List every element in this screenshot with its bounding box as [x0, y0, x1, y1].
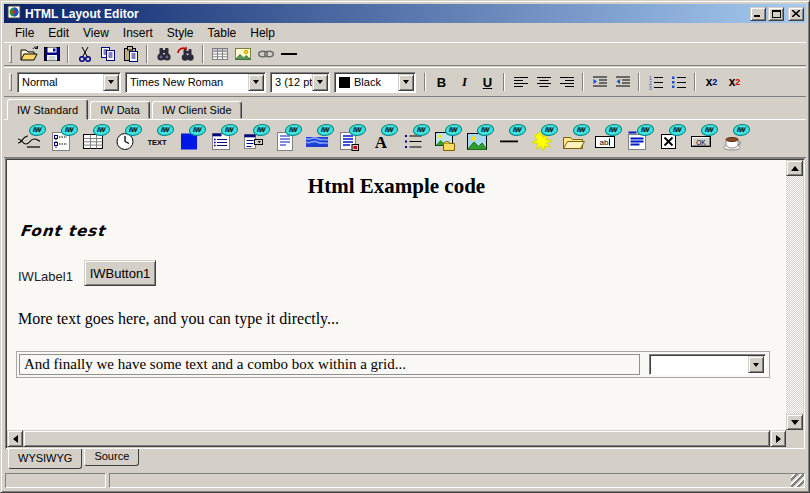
toolbar-separator [202, 45, 204, 63]
applet-icon[interactable]: IW [720, 126, 745, 152]
iw-badge: IW [444, 124, 463, 136]
rectangle-icon[interactable]: IW [176, 126, 201, 152]
scroll-left-icon[interactable] [7, 430, 23, 447]
chevron-down-icon[interactable] [312, 74, 328, 91]
menu-item-insert[interactable]: Insert [116, 25, 160, 41]
richedit-icon[interactable]: IW [336, 126, 361, 152]
find-icon[interactable] [152, 44, 175, 64]
underline-button[interactable]: U [476, 71, 499, 93]
combobox-icon[interactable]: IW [240, 126, 265, 152]
vertical-scrollbar[interactable] [786, 160, 803, 430]
find-next-icon[interactable] [175, 44, 198, 64]
palette-tab-iw-data[interactable]: IW Data [90, 101, 150, 119]
superscript-button[interactable]: x2 [723, 71, 746, 93]
doc-heading[interactable]: Html Example code [7, 174, 786, 199]
scroll-up-icon[interactable] [786, 160, 803, 176]
insert-link-icon[interactable] [254, 44, 277, 64]
paragraph-style-combo[interactable]: Normal [17, 72, 121, 93]
menu-item-table[interactable]: Table [201, 25, 244, 41]
chevron-down-icon[interactable] [748, 356, 764, 373]
chevron-down-icon[interactable] [248, 74, 264, 91]
timer-icon[interactable]: IW [112, 126, 137, 152]
svg-text:3: 3 [649, 85, 652, 91]
bullet-list-icon[interactable] [667, 71, 690, 93]
label-icon[interactable]: AIW [368, 126, 393, 152]
toolbar-grip[interactable] [9, 73, 12, 91]
close-button[interactable] [788, 7, 804, 21]
menu-item-style[interactable]: Style [160, 25, 201, 41]
align-center-icon[interactable] [532, 71, 555, 93]
paste-icon[interactable] [119, 44, 142, 64]
menu-item-help[interactable]: Help [243, 25, 282, 41]
menu-item-file[interactable]: File [8, 25, 41, 41]
window-title: HTML Layout Editor [25, 7, 748, 21]
font-name-combo[interactable]: Times New Roman [125, 72, 266, 93]
iw-badge: IW [540, 124, 559, 136]
text-icon[interactable]: TEXTIW [144, 126, 169, 152]
horizontal-rule-icon[interactable] [277, 44, 300, 64]
memo-icon[interactable]: IW [272, 126, 297, 152]
toolbar-grip[interactable] [9, 45, 12, 63]
tree-icon[interactable]: IW [48, 126, 73, 152]
cut-icon[interactable] [73, 44, 96, 64]
doc-font-test-text[interactable]: Font test [19, 222, 106, 240]
chevron-down-icon[interactable] [398, 74, 414, 91]
button-icon[interactable]: OKIW [688, 126, 713, 152]
numbered-list-icon[interactable]: 1 2 3 [644, 71, 667, 93]
vertical-scroll-track[interactable] [786, 176, 803, 414]
flash-icon[interactable]: IW [528, 126, 553, 152]
resize-grip-icon[interactable] [791, 474, 804, 487]
insert-image-icon[interactable] [231, 44, 254, 64]
iwlabel1[interactable]: IWLabel1 [18, 269, 73, 284]
checkbox-icon[interactable]: IW [656, 126, 681, 152]
lines-icon[interactable]: IW [624, 126, 649, 152]
listbox-icon[interactable]: IW [208, 126, 233, 152]
title-bar[interactable]: HTML Layout Editor [4, 4, 806, 23]
italic-button[interactable]: I [453, 71, 476, 93]
align-left-icon[interactable] [509, 71, 532, 93]
subscript-button[interactable]: x2 [700, 71, 723, 93]
doc-grid: And finally we have some text and a comb… [16, 351, 770, 378]
view-tab-source[interactable]: Source [84, 449, 139, 466]
save-icon[interactable] [40, 44, 63, 64]
horizontal-scroll-track[interactable] [23, 430, 770, 447]
palette-tab-iw-standard[interactable]: IW Standard [7, 99, 88, 120]
increase-indent-icon[interactable] [611, 71, 634, 93]
maximize-button[interactable] [768, 7, 784, 21]
copy-icon[interactable] [96, 44, 119, 64]
decrease-indent-icon[interactable] [588, 71, 611, 93]
file-icon[interactable]: IW [560, 126, 585, 152]
menu-item-edit[interactable]: Edit [41, 25, 76, 41]
menu-item-view[interactable]: View [76, 25, 116, 41]
status-panel-2 [109, 473, 805, 488]
insert-table-icon[interactable] [208, 44, 231, 64]
view-tab-wysiwyg[interactable]: WYSIWYG [8, 449, 82, 469]
edit-icon[interactable]: abIW [592, 126, 617, 152]
grid-combo-box[interactable] [649, 354, 766, 375]
imagefile-icon[interactable]: IW [432, 126, 457, 152]
doc-paragraph[interactable]: More text goes here, and you can type it… [18, 310, 339, 328]
list-icon[interactable]: IW [400, 126, 425, 152]
url-icon[interactable]: IW [16, 126, 41, 152]
font-size-combo[interactable]: 3 (12 pt) [270, 72, 330, 93]
grid-icon[interactable]: IW [80, 126, 105, 152]
scroll-down-icon[interactable] [786, 414, 803, 430]
font-color-combo[interactable]: Black [334, 72, 416, 93]
format-toolbar: Normal Times New Roman 3 (12 pt) Black B… [4, 67, 806, 97]
region-icon[interactable]: IW [304, 126, 329, 152]
minimize-button[interactable] [750, 7, 766, 21]
iwbutton1[interactable]: IWButton1 [84, 260, 156, 286]
horizontal-scroll-thumb[interactable] [23, 430, 770, 447]
font-name-value: Times New Roman [126, 76, 248, 88]
horizontal-scrollbar[interactable] [7, 430, 786, 447]
align-right-icon[interactable] [555, 71, 578, 93]
scroll-right-icon[interactable] [770, 430, 786, 447]
image-icon[interactable]: IW [464, 126, 489, 152]
wysiwyg-canvas[interactable]: Html Example code Font test IWLabel1 IWB… [7, 160, 786, 430]
bold-button[interactable]: B [430, 71, 453, 93]
grid-text-cell[interactable]: And finally we have some text and a comb… [19, 354, 640, 375]
chevron-down-icon[interactable] [103, 74, 119, 91]
rule-icon[interactable]: IW [496, 126, 521, 152]
palette-tab-iw-client-side[interactable]: IW Client Side [152, 101, 242, 119]
open-icon[interactable] [17, 44, 40, 64]
